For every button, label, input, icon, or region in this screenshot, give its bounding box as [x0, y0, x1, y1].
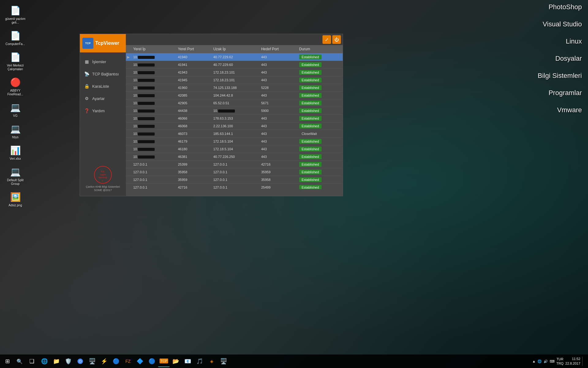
power-button[interactable]: ⏻ [332, 35, 341, 44]
task-view-button[interactable]: ❑ [26, 355, 38, 367]
cell-yerel-port: 46180 [175, 145, 211, 153]
table-row[interactable]: ▶10.4194040.77.229.62443Established [126, 53, 343, 61]
desktop-icon-computerfa[interactable]: 📄 ComputerFa... [3, 28, 28, 47]
table-row[interactable]: 10.46179172.18.5.104443Established [126, 138, 343, 145]
taskbar-app6-icon[interactable]: 🔵 [146, 355, 158, 367]
taskbar-app3-icon[interactable]: ⚡ [98, 355, 110, 367]
status-badge: Established [299, 85, 322, 90]
tray-chevron[interactable]: ▲ [532, 359, 536, 363]
table-row[interactable]: 10.41945172.18.23.101443Established [126, 76, 343, 84]
table-row[interactable]: 10.4638140.77.226.250443Established [126, 153, 343, 161]
label-programlar[interactable]: Programlar [548, 89, 582, 97]
cell-durum: Established [297, 76, 343, 84]
cell-hedef-port: 25499 [259, 184, 297, 190]
label-linux[interactable]: Linux [566, 37, 582, 45]
label-vmware[interactable]: Vmware [557, 106, 582, 114]
taskbar-pinned-apps: 🌐 📁 🛡️ 🖥️ ⚡ 🔵 FZ 🔷 🔵 TCP 📂 📧 [39, 355, 229, 367]
grid-icon: ▦ [84, 59, 90, 65]
cell-hedef-port: 443 [259, 92, 297, 99]
tray-language[interactable]: TURTRQ [556, 357, 564, 366]
taskbar-ie-icon[interactable]: 🌐 [39, 355, 50, 367]
row-arrow [126, 122, 131, 130]
cell-yerel-port: 46073 [175, 130, 211, 138]
cell-uzak-ip: 74.125.133.188 [211, 84, 258, 92]
tray-volume-icon[interactable]: 🔊 [544, 359, 548, 363]
label-visual-studio[interactable]: Visual Studio [543, 20, 582, 28]
sidebar-item-tcp-baglanti[interactable]: 📡 TCP Bağlantısı [80, 68, 126, 80]
desktop-icon-vg[interactable]: 💻 VG [3, 100, 28, 119]
computerfa-label: ComputerFa... [6, 42, 25, 46]
table-row[interactable]: 127.0.0.135958127.0.0.135959Established [126, 168, 343, 176]
desktop-icon-default-split[interactable]: 💻 Default Split Group [3, 164, 28, 187]
cell-yerel-ip: 127.0.0.1 [131, 184, 175, 190]
sidebar-footer: T.C. Sağlık Bakanlığı ☾ Çankırı KHB Bilg… [80, 162, 126, 196]
label-bilgi-sistemleri[interactable]: Bilgi Sistemleri [538, 72, 582, 80]
desktop-icon-adsiz-png[interactable]: 🖼️ Adsiz.png [3, 190, 28, 209]
label-photoshop[interactable]: PhotoShop [548, 3, 582, 11]
desktop-icon-veri-merkezi[interactable]: 📄 Veri Merkezi Çalışmaları [3, 50, 28, 72]
table-row[interactable]: 127.0.0.142716127.0.0.125499Established [126, 184, 343, 190]
abbyy-icon: 🔴 [9, 76, 21, 88]
desktop-icon-guvenli[interactable]: 📄 güvenli yazılım geli... [3, 3, 28, 26]
taskbar-app2-icon[interactable]: 🖥️ [86, 355, 98, 367]
row-arrow [126, 176, 131, 184]
table-row[interactable]: 10.46073185.63.144.1443CloseWait [126, 130, 343, 138]
cell-yerel-port: 46068 [175, 122, 211, 130]
table-row[interactable]: 127.0.0.125399127.0.0.142716Established [126, 161, 343, 168]
table-row[interactable]: 10.460682.22.136.100443Established [126, 122, 343, 130]
sidebar-item-yardim[interactable]: ❓ Yardım [80, 105, 126, 117]
tray-time: 11:52 [572, 357, 580, 361]
expand-button[interactable]: ⤢ [322, 35, 331, 44]
sidebar-item-ayarlar[interactable]: ⚙ Ayarlar [80, 92, 126, 105]
taskbar-app7-icon[interactable]: 🎵 [194, 355, 205, 367]
search-button[interactable]: 🔍 [14, 356, 25, 367]
table-row[interactable]: 10.4443810.5900Established [126, 107, 343, 115]
label-dosyalar[interactable]: Dosyalar [555, 55, 582, 63]
tray-clock[interactable]: 11:52 22.8.2017 [565, 357, 580, 366]
cell-durum: Established [297, 69, 343, 76]
taskbar-outlook-icon[interactable]: 📧 [182, 355, 194, 367]
desktop-icon-hbys[interactable]: 💻 hbys [3, 121, 28, 140]
table-row[interactable]: 10.4194140.77.229.60443Established [126, 61, 343, 69]
table-row[interactable]: 10.42085104.244.42.8443Established [126, 92, 343, 99]
row-arrow [126, 107, 131, 115]
table-row[interactable]: 10.46180172.18.5.104443Established [126, 145, 343, 153]
question-icon: ❓ [84, 108, 90, 114]
desktop-icon-abbyy[interactable]: 🔴 ABBYY FineRead... [3, 75, 28, 98]
connections-table: Yerel İp Yerel Port Uzak İp Hedef Port D… [126, 45, 343, 189]
table-row[interactable]: 10.46066178.63.3.153443Established [126, 115, 343, 122]
org-name-text: Çankırı KHB Bilgi SistemleriSOME @2017 [86, 185, 120, 192]
tray-network-icon[interactable]: 🌐 [537, 359, 542, 363]
start-button[interactable]: ⊞ [1, 355, 13, 367]
tray-keyboard-icon[interactable]: ⌨ [550, 359, 555, 363]
taskbar-app5-icon[interactable]: 🔷 [134, 355, 146, 367]
table-scroll[interactable]: Yerel İp Yerel Port Uzak İp Hedef Port D… [126, 45, 343, 189]
taskbar-tcpviewer-icon[interactable]: TCP [158, 355, 170, 367]
taskbar-defender-icon[interactable]: 🛡️ [62, 355, 74, 367]
adsiz-png-label: Adsiz.png [9, 204, 22, 207]
taskbar-explorer-icon[interactable]: 📁 [51, 355, 62, 367]
svg-text:T.C.: T.C. [101, 170, 105, 173]
table-row[interactable]: 127.0.0.135959127.0.0.135958Established [126, 176, 343, 184]
taskbar-chrome-icon[interactable] [74, 355, 86, 367]
table-row[interactable]: 10.41943172.18.23.101443Established [126, 69, 343, 76]
table-row[interactable]: 10.4196074.125.133.1885228Established [126, 84, 343, 92]
col-uzak-ip: Uzak İp [211, 45, 258, 53]
cell-uzak-ip: 10. [211, 107, 258, 115]
taskbar-app4-icon[interactable]: 🔵 [110, 355, 122, 367]
show-desktop-button[interactable] [582, 357, 584, 366]
sidebar-item-islemler[interactable]: ▦ İşlemler [80, 56, 126, 68]
sidebar-item-karaliste[interactable]: 🔒 KaraListe [80, 80, 126, 92]
taskbar-filezilla-icon[interactable]: FZ [122, 355, 134, 367]
taskbar-app8-icon[interactable]: ◈ [206, 355, 217, 367]
taskbar-app9-icon[interactable]: 🖥️ [218, 355, 229, 367]
cell-durum: Established [297, 53, 343, 61]
desktop-icon-veri-xlsx[interactable]: 📊 Veri.xlsx [3, 143, 28, 162]
cell-hedef-port: 443 [259, 138, 297, 145]
table-body: ▶10.4194040.77.229.62443Established10.41… [126, 53, 343, 190]
table-row[interactable]: 10.4290565.52.0.515671Established [126, 99, 343, 107]
org-emblem: T.C. Sağlık Bakanlığı ☾ [94, 166, 112, 184]
taskbar-folder-icon[interactable]: 📂 [170, 355, 182, 367]
cell-uzak-ip: 2.22.136.100 [211, 122, 258, 130]
cell-yerel-port: 41940 [175, 53, 211, 61]
